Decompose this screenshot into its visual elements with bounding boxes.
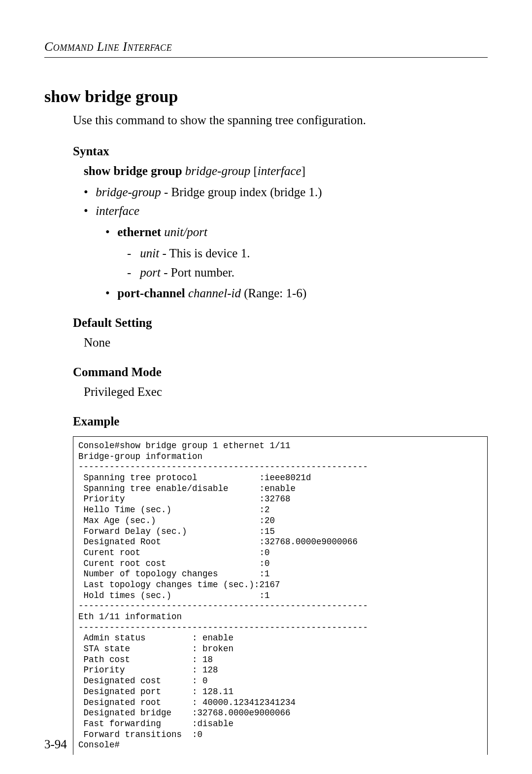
command-mode-section: Command Mode Privileged Exec — [73, 362, 488, 402]
param-name: bridge-group — [96, 185, 161, 199]
intro-text: Use this command to show the spanning tr… — [73, 111, 488, 130]
bullet-icon: • — [105, 223, 114, 242]
arg-channel-id: channel-id — [188, 286, 241, 300]
sub-sub-list: - unit - This is device 1. - port - Port… — [127, 244, 488, 282]
syntax-command: show bridge group — [84, 164, 182, 177]
sub-list: • ethernet unit/port - unit - This is de… — [105, 223, 488, 303]
bullet-icon: • — [105, 284, 114, 303]
bracket-open: [ — [254, 164, 258, 177]
page-title: show bridge group — [44, 87, 488, 106]
default-setting-value: None — [84, 333, 488, 352]
syntax-arg-interface: interface — [258, 164, 301, 177]
list-item: • port-channel channel-id (Range: 1-6) — [105, 284, 488, 303]
bullet-icon: • — [84, 202, 93, 221]
example-heading: Example — [73, 412, 488, 431]
list-item: • bridge-group - Bridge group index (bri… — [84, 183, 488, 202]
dash-icon: - — [127, 263, 137, 282]
list-item: - port - Port number. — [127, 263, 488, 282]
page-number: 3-94 — [44, 738, 67, 751]
bullet-icon: • — [84, 183, 93, 202]
param-name: port — [140, 266, 161, 279]
running-head: Command Line Interface — [44, 39, 488, 58]
param-name: interface — [96, 204, 139, 217]
example-section: Example — [73, 412, 488, 431]
dash-icon: - — [127, 244, 137, 263]
param-tail: (Range: 1-6) — [241, 286, 306, 300]
syntax-heading: Syntax — [73, 141, 488, 161]
list-item: • ethernet unit/port - unit - This is de… — [105, 223, 488, 282]
command-mode-value: Privileged Exec — [84, 382, 488, 402]
list-item: • interface • ethernet unit/port - unit … — [84, 202, 488, 303]
syntax-line: show bridge group bridge-group [interfac… — [84, 161, 488, 181]
page-container: Command Line Interface show bridge group… — [0, 0, 532, 774]
list-item: - unit - This is device 1. — [127, 244, 488, 263]
console-output: Console#show bridge group 1 ethernet 1/1… — [73, 436, 488, 755]
default-setting-section: Default Setting None — [73, 313, 488, 352]
param-desc: - This is device 1. — [159, 246, 250, 260]
param-name: unit — [140, 246, 159, 260]
arg-unit-port: unit/port — [164, 225, 207, 239]
command-mode-heading: Command Mode — [73, 362, 488, 382]
bracket-close: ] — [301, 164, 305, 177]
syntax-section: Syntax show bridge group bridge-group [i… — [73, 141, 488, 304]
param-desc: - Bridge group index (bridge 1.) — [161, 185, 322, 199]
syntax-arg-bridge-group: bridge-group — [185, 164, 250, 177]
kw-port-channel: port-channel — [117, 286, 185, 300]
kw-ethernet: ethernet — [117, 225, 161, 239]
syntax-list: • bridge-group - Bridge group index (bri… — [84, 183, 488, 304]
default-setting-heading: Default Setting — [73, 313, 488, 333]
param-desc: - Port number. — [161, 266, 234, 279]
